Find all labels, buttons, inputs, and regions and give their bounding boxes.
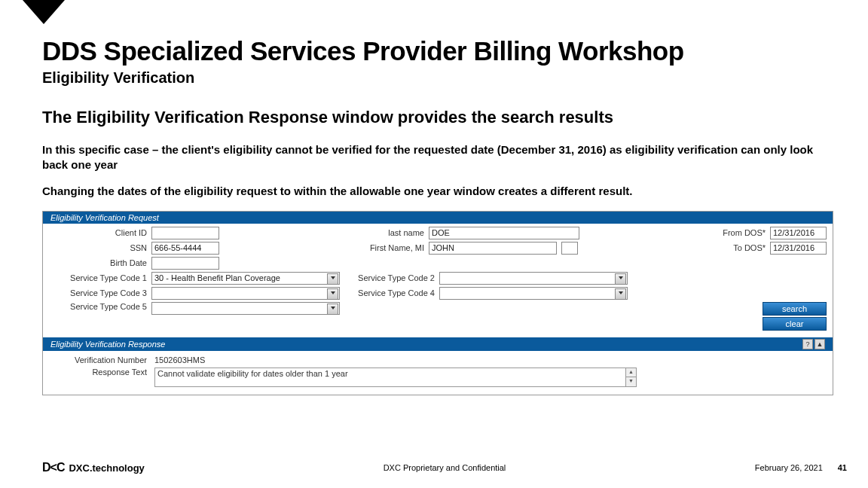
page-subtitle: Eligibility Verification (42, 69, 832, 87)
mi-input[interactable] (561, 242, 578, 255)
slide-marker-triangle (23, 0, 65, 24)
stc1-select[interactable]: 30 - Health Benefit Plan Coverage (151, 272, 340, 285)
dxc-logo: D<C DXC.technology (42, 461, 145, 474)
response-text-label: Response Text (49, 368, 154, 377)
last-name-input[interactable]: DOE (429, 227, 579, 239)
first-name-input[interactable]: JOHN (429, 242, 557, 255)
response-body: Verification Number 1502603HMS Response … (43, 351, 833, 395)
footer-confidential: DXC Proprietary and Confidential (384, 463, 506, 472)
section-heading: The Eligibility Verification Response wi… (42, 108, 832, 127)
footer-date: February 26, 2021 (755, 463, 823, 472)
birth-date-label: Birth Date (49, 258, 147, 267)
stc3-select[interactable] (151, 287, 340, 300)
from-dos-input[interactable]: 12/31/2016 (770, 227, 827, 239)
birth-date-input[interactable] (151, 257, 219, 270)
response-text-value: Cannot validate eligibility for dates ol… (157, 369, 348, 378)
request-form-body: Client ID last name DOE From DOS* 12/31/… (43, 224, 833, 337)
slide-content: DDS Specialized Services Provider Billin… (42, 36, 832, 395)
request-panel-header: Eligibility Verification Request (43, 212, 833, 224)
ssn-label: SSN (49, 243, 147, 252)
stc5-label: Service Type Code 5 (49, 302, 147, 311)
client-id-label: Client ID (49, 228, 147, 237)
stc1-label: Service Type Code 1 (49, 273, 147, 282)
footer-page-number: 41 (838, 463, 847, 472)
slide-footer: D<C DXC.technology DXC Proprietary and C… (42, 461, 847, 474)
response-panel-header: Eligibility Verification Response ? ▲ (43, 337, 833, 351)
to-dos-label: To DOS* (694, 243, 766, 252)
page-title: DDS Specialized Services Provider Billin… (42, 36, 832, 66)
eligibility-form-screenshot: Eligibility Verification Request Client … (42, 211, 833, 395)
client-id-input[interactable] (151, 227, 219, 239)
textarea-scroll-icon[interactable]: ▲▼ (625, 368, 636, 386)
dxc-logo-text: DXC.technology (69, 462, 144, 474)
response-text-box[interactable]: Cannot validate eligibility for dates ol… (154, 368, 637, 387)
from-dos-label: From DOS* (694, 228, 766, 237)
help-icon[interactable]: ? (802, 339, 813, 349)
last-name-label: last name (364, 228, 424, 237)
dxc-logo-mark: D<C (42, 461, 64, 474)
stc4-label: Service Type Code 4 (344, 288, 435, 297)
body-paragraph-2: Changing the dates of the eligibility re… (42, 184, 832, 199)
verification-number-label: Verification Number (49, 355, 154, 364)
request-panel-title: Eligibility Verification Request (50, 213, 159, 222)
response-panel-title: Eligibility Verification Response (50, 340, 165, 349)
stc2-label: Service Type Code 2 (344, 273, 435, 282)
stc2-select[interactable] (439, 272, 628, 285)
stc3-label: Service Type Code 3 (49, 288, 147, 297)
to-dos-input[interactable]: 12/31/2016 (770, 242, 827, 255)
stc4-select[interactable] (439, 287, 628, 300)
clear-button[interactable]: clear (763, 317, 827, 331)
stc5-select[interactable] (151, 302, 340, 315)
search-button[interactable]: search (763, 302, 827, 316)
ssn-input[interactable]: 666-55-4444 (151, 242, 219, 255)
first-name-mi-label: First Name, MI (364, 243, 424, 252)
body-paragraph-1: In this specific case – the client's eli… (42, 142, 832, 172)
verification-number-value: 1502603HMS (154, 355, 205, 364)
collapse-icon[interactable]: ▲ (815, 339, 825, 349)
